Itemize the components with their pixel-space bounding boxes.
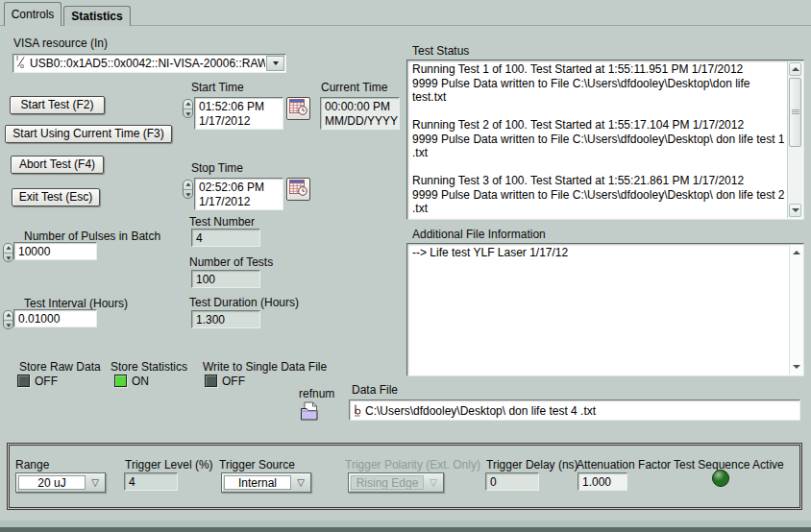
trigger-source-dropdown[interactable]: Internal ▽ [221, 472, 311, 493]
calendar-clock-icon [289, 179, 308, 201]
start-using-current-time-button[interactable]: Start Using Current Time (F3) [5, 125, 172, 143]
start-time-stepper[interactable] [183, 99, 193, 118]
additional-info-textarea[interactable]: --> Life test YLF Laser 1/17/12 [406, 243, 804, 376]
tab-statistics[interactable]: Statistics [63, 6, 131, 26]
current-time-field: 00:00:00 PM MM/DD/YYYY [320, 97, 400, 130]
io-icon: Io [16, 55, 26, 72]
stop-time-stepper[interactable] [183, 180, 193, 199]
stop-time-date: 1/17/2012 [199, 195, 280, 209]
store-statistics-led[interactable] [114, 375, 127, 387]
stop-time-field[interactable]: 02:52:06 PM 1/17/2012 [194, 178, 283, 210]
visa-resource-label: VISA resource (In) [13, 36, 108, 50]
additional-info-text: --> Life test YLF Laser 1/17/12 [412, 246, 785, 374]
attenuation-factor-field[interactable]: 1.000 [578, 472, 627, 491]
write-single-file-state: OFF [222, 375, 245, 388]
trigger-source-label: Trigger Source [219, 458, 295, 472]
trigger-level-label: Trigger Level (%) [125, 458, 213, 472]
start-time-label: Start Time [191, 81, 244, 94]
visa-resource-value: USB0::0x1AD5::0x0042::NI-VISA-20006::RAW [28, 57, 265, 70]
chevron-down-icon[interactable] [266, 56, 284, 71]
chevron-down-icon[interactable]: ▽ [291, 473, 310, 492]
trigger-delay-label: Trigger Delay (ns) [486, 458, 578, 472]
scroll-down-icon[interactable] [789, 204, 801, 217]
chevron-down-icon[interactable]: ▽ [86, 473, 105, 492]
store-raw-data-label: Store Raw Data [19, 360, 101, 374]
scrollbar-thumb[interactable] [789, 78, 801, 147]
test-number-field: 4 [191, 229, 260, 247]
visa-resource-combo[interactable]: Io USB0::0x1AD5::0x0042::NI-VISA-20006::… [12, 54, 286, 73]
store-raw-data-state: OFF [35, 375, 58, 388]
write-single-file-led[interactable] [205, 375, 217, 387]
refnum-label: refnum [299, 387, 334, 400]
stop-time-time: 02:52:06 PM [199, 181, 280, 195]
number-of-tests-field: 100 [191, 270, 260, 288]
test-status-label: Test Status [412, 44, 469, 58]
trigger-level-field[interactable]: 4 [124, 472, 178, 491]
labview-front-panel: Controls Statistics VISA resource (In) I… [0, 0, 811, 532]
chevron-down-icon: ▽ [424, 473, 443, 492]
scroll-up-icon[interactable] [789, 62, 801, 76]
start-time-date: 1/17/2012 [199, 114, 280, 129]
store-statistics-label: Store Statistics [111, 360, 187, 374]
start-time-calendar-button[interactable] [286, 97, 310, 120]
window-bottom-band [0, 520, 811, 527]
write-single-file-label: Write to Single Data File [203, 360, 327, 374]
pulses-in-batch-label: Number of Pulses in Batch [24, 230, 160, 243]
range-dropdown[interactable]: 20 uJ ▽ [15, 472, 106, 493]
attenuation-factor-label: Attenuation Factor [577, 458, 671, 472]
trigger-polarity-label: Trigger Polarity (Ext. Only) [345, 458, 480, 472]
current-time-date: MM/DD/YYYY [325, 114, 396, 129]
trigger-polarity-value: Rising Edge [351, 475, 424, 490]
current-time-time: 00:00:00 PM [325, 100, 396, 114]
start-time-field[interactable]: 01:52:06 PM 1/17/2012 [194, 97, 283, 130]
test-interval-stepper[interactable] [3, 310, 13, 329]
test-sequence-active-led [712, 470, 729, 487]
stop-time-calendar-button[interactable] [286, 178, 310, 201]
additional-info-scrollbar[interactable] [789, 245, 802, 375]
exit-test-button[interactable]: Exit Test (Esc) [12, 188, 100, 206]
current-time-label: Current Time [321, 81, 387, 94]
tab-controls[interactable]: Controls [4, 2, 61, 26]
test-duration-field: 1.300 [191, 310, 260, 328]
scroll-down-icon[interactable] [791, 360, 801, 374]
svg-text:I: I [16, 55, 18, 61]
test-interval-field[interactable]: 0.01000 [13, 309, 97, 327]
trigger-source-value: Internal [224, 475, 291, 490]
test-status-text: Running Test 1 of 100. Test Started at 1… [412, 62, 785, 217]
range-value: 20 uJ [18, 475, 86, 490]
data-file-field[interactable]: C:\Users\dfdooley\Desktop\ don life test… [349, 399, 800, 421]
svg-text:o: o [20, 62, 24, 69]
start-time-time: 01:52:06 PM [199, 100, 280, 114]
store-statistics-state: ON [132, 375, 149, 388]
trigger-polarity-dropdown: Rising Edge ▽ [348, 472, 444, 493]
calendar-clock-icon [289, 98, 308, 120]
range-label: Range [15, 458, 49, 472]
folder-refnum-icon[interactable] [299, 401, 321, 425]
data-file-value: C:\Users\dfdooley\Desktop\ don life test… [365, 403, 596, 419]
test-number-label: Test Number [189, 215, 255, 229]
scroll-up-icon[interactable] [791, 246, 801, 259]
test-status-scrollbar[interactable] [787, 61, 802, 218]
trigger-delay-field[interactable]: 0 [485, 472, 539, 491]
stop-time-label: Stop Time [191, 161, 243, 175]
test-sequence-active-label: Test Sequence Active [674, 458, 784, 472]
test-status-textarea[interactable]: Running Test 1 of 100. Test Started at 1… [406, 60, 804, 220]
pulses-in-batch-field[interactable]: 10000 [13, 242, 97, 260]
additional-info-label: Additional File Information [412, 228, 546, 241]
data-file-label: Data File [352, 383, 398, 397]
number-of-tests-label: Number of Tests [189, 255, 273, 269]
test-interval-label: Test Interval (Hours) [24, 297, 128, 310]
abort-test-button[interactable]: Abort Test (F4) [11, 156, 104, 174]
window-bottom-edge [0, 527, 811, 532]
store-raw-data-led[interactable] [17, 375, 30, 387]
path-icon [354, 404, 361, 417]
start-test-button[interactable]: Start Test (F2) [10, 96, 105, 114]
pulses-in-batch-stepper[interactable] [3, 243, 13, 262]
test-duration-label: Test Duration (Hours) [189, 296, 299, 309]
